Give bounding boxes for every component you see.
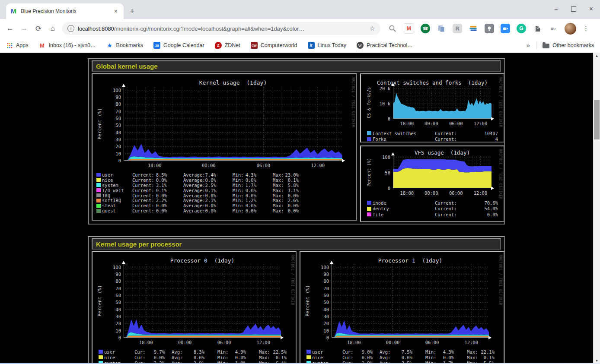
book-stack-extension-icon[interactable] xyxy=(469,24,478,33)
apps-grid-icon xyxy=(6,42,13,49)
legend-stat: Current:0.0% xyxy=(435,212,498,217)
bookmark-bookmarks[interactable]: ★ Bookmarks xyxy=(106,42,144,49)
legend-stat-key: Avg: xyxy=(380,349,390,355)
legend-stat: Max:0.0% xyxy=(273,193,299,198)
section-header: Global kernel usage xyxy=(92,60,501,72)
window-close-button[interactable]: × xyxy=(589,5,593,13)
maximize-button[interactable] xyxy=(571,6,576,12)
legend-series-name: steal xyxy=(102,203,132,208)
legend-stat: Cur:9.7% xyxy=(134,349,165,355)
media-list-extension-icon[interactable]: ≡♪ xyxy=(549,24,558,33)
x-axis-arrow-icon xyxy=(488,336,491,339)
section-global-kernel-usage: Global kernel usage Kernel usage (1day) … xyxy=(88,58,505,225)
page-info-icon[interactable]: i xyxy=(67,25,74,32)
gmail-extension-icon[interactable]: M xyxy=(404,23,414,34)
legend-row: fileCurrent:0.0% xyxy=(367,212,498,218)
bookmark-linux-today[interactable]: lt Linux Today xyxy=(308,42,347,49)
legend-stat: Current:0.0% xyxy=(132,177,167,183)
url-bar[interactable]: i localhost:8080/monitorix-cgi/monitorix… xyxy=(62,22,380,35)
scrollbar-up-arrow[interactable]: ▲ xyxy=(594,53,600,59)
legend-stat-value: 0.0% xyxy=(246,177,256,183)
green-phone-extension-icon[interactable]: ☎ xyxy=(421,24,430,33)
legend-swatch xyxy=(96,188,101,192)
legend-series-name: nice xyxy=(102,177,132,183)
legend-stat-key: Min: xyxy=(233,172,243,177)
grammarly-extension-icon[interactable]: G xyxy=(517,24,526,33)
search-extension-icon[interactable] xyxy=(388,24,397,33)
vertical-scrollbar[interactable]: ▲ ▼ xyxy=(593,53,600,364)
browser-tab[interactable]: M Blue Precision Monitorix × xyxy=(6,3,124,19)
legend-stat-key: Min: xyxy=(425,355,436,360)
x-axis-tick: 18:00 xyxy=(344,340,364,345)
new-tab-button[interactable]: + xyxy=(130,7,134,15)
chart-title: Processor 0 (1day) xyxy=(124,257,281,264)
section-header: Kernel usage per processor xyxy=(92,238,501,250)
legend-stat-value: 1.2% xyxy=(246,198,256,203)
bookmark-computerworld[interactable]: CW Computerworld xyxy=(251,42,297,49)
legend-stat: Current:0.1% xyxy=(132,188,167,193)
y-axis-tick: 80 xyxy=(103,279,121,284)
legend-swatch xyxy=(96,204,101,208)
chart-legend: userCur:9.0%Avg:7.5%Min:4.3%Max:22.1%nic… xyxy=(306,349,499,364)
bookmark-apps[interactable]: Apps xyxy=(6,42,29,49)
legend-stat-value: 2.5% xyxy=(205,183,216,188)
bookmarks-overflow-chevron[interactable]: » xyxy=(527,42,530,49)
legend-stat-key: Cur: xyxy=(134,355,145,360)
video-camera-extension-icon[interactable] xyxy=(501,24,510,33)
y-axis-tick: 60 xyxy=(311,293,329,298)
profile-avatar[interactable] xyxy=(565,23,576,35)
bookmark-inbox[interactable]: M Inbox (16) - sjvn0… xyxy=(39,42,96,49)
x-axis-tick: 18:00 xyxy=(144,163,165,168)
context-switches-chart: Context switches and forks (1day) CS & f… xyxy=(360,73,504,142)
legend-stat-value: 0.0% xyxy=(402,355,412,360)
legend-stat: Max:23.0% xyxy=(273,172,299,177)
y-axis-label: Percent (%) xyxy=(305,264,311,338)
scrollbar-thumb[interactable] xyxy=(594,100,600,139)
legend-stat-value: 0.0% xyxy=(246,208,256,213)
back-icon[interactable]: ← xyxy=(3,22,16,35)
chart-title: Processor 1 (1day) xyxy=(332,257,489,264)
legend-stat-key: Current: xyxy=(132,183,154,188)
legend-swatch xyxy=(367,207,371,211)
legend-stat-key: Max: xyxy=(259,349,270,355)
y-axis-tick: 90 xyxy=(103,272,121,277)
y-axis-tick: 50 xyxy=(103,300,121,305)
legend-stat-value: 0.0% xyxy=(156,203,167,208)
legend-stat-key: Max: xyxy=(273,183,284,188)
reload-icon[interactable]: ⟳ xyxy=(32,22,45,35)
copy-pages-extension-icon[interactable] xyxy=(437,24,446,33)
minimize-button[interactable]: – xyxy=(554,6,558,13)
puzzle-extensions-icon[interactable] xyxy=(533,24,542,33)
home-icon[interactable]: ⌂ xyxy=(46,22,59,35)
legend-stat-key: Min: xyxy=(233,198,243,203)
rrdtool-watermark: RRDTOOL / TOBI OETIKER xyxy=(498,255,502,305)
url-text[interactable]: localhost:8080/monitorix-cgi/monitorix.c… xyxy=(78,25,367,32)
blue-star-icon: ★ xyxy=(106,42,113,49)
bookmark-zdnet[interactable]: Z ZDNet xyxy=(215,42,240,49)
bookmark-practical-technology[interactable]: W Practical Technol… xyxy=(357,42,413,49)
bookmark-google-calendar[interactable]: 28 Google Calendar xyxy=(153,42,204,49)
forward-icon[interactable]: → xyxy=(18,22,31,35)
legend-stat-key: Avg: xyxy=(380,355,390,360)
legend-series-name: nice xyxy=(104,355,134,360)
lamp-extension-icon[interactable] xyxy=(485,24,494,33)
legend-stat-key: Min: xyxy=(233,208,243,213)
bookmark-star-icon[interactable]: ☆ xyxy=(370,25,375,32)
y-axis-label: CS & forks/s xyxy=(366,86,372,119)
legend-stat-key: Current: xyxy=(132,203,154,208)
other-bookmarks[interactable]: Other bookmarks xyxy=(543,42,594,48)
y-axis-tick: 100 xyxy=(103,88,121,93)
legend-stat-value: 1.1% xyxy=(288,188,299,193)
bookmark-label: Google Calendar xyxy=(163,42,204,48)
browser-menu-dots-icon[interactable]: ⋮ xyxy=(583,25,589,32)
legend-series-name: softIRQ xyxy=(102,198,132,203)
gray-badge-extension-icon[interactable]: ℝ xyxy=(453,24,462,33)
y-axis-tick: 0 xyxy=(372,186,390,191)
legend-stat-key: Min: xyxy=(233,177,243,183)
legend-stat-value: 0.0% xyxy=(288,193,299,198)
legend-stat-key: Current: xyxy=(132,198,154,203)
x-axis-tick: 12:00 xyxy=(461,340,482,345)
tab-close-icon[interactable]: × xyxy=(112,8,119,15)
legend-swatch xyxy=(96,199,101,203)
y-axis-tick: 30 xyxy=(103,137,121,142)
